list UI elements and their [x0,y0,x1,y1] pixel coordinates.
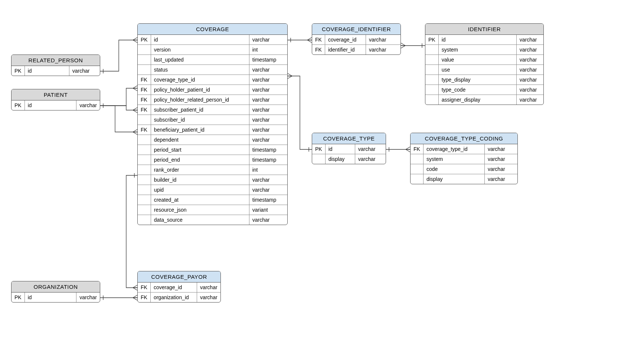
type-cell: varchar [516,45,543,55]
key-cell: FK [312,45,325,55]
table-row: PKidvarchar [12,66,100,76]
table-row: rank_orderint [138,165,287,175]
type-cell: varchar [249,35,287,45]
key-cell [138,145,151,155]
entity-coverage: COVERAGEPKidvarcharversionintlast_update… [137,23,288,225]
entity-rows: FKcoverage_idvarcharFKidentifier_idvarch… [312,35,401,54]
key-cell: FK [138,95,151,105]
entity-rows: PKidvarcharsystemvarcharvaluevarcharusev… [425,35,543,105]
connector-patient-to-coverage-subscriber [100,106,137,110]
table-row: data_sourcevarchar [138,215,287,225]
connector-patient-to-coverage-beneficiary [100,106,137,132]
name-cell: id [438,35,516,45]
entity-identifier: IDENTIFIERPKidvarcharsystemvarcharvaluev… [425,23,544,105]
key-cell [138,185,151,195]
entity-coverage-type: COVERAGE_TYPEPKidvarchardisplayvarchar [312,133,386,164]
name-cell: type_display [438,75,516,85]
name-cell: system [423,154,484,164]
name-cell: upid [151,185,249,195]
table-row: FKsubscriber_patient_idvarchar [138,105,287,115]
entity-title: COVERAGE [138,24,287,35]
name-cell: policy_holder_patient_id [151,85,249,95]
table-row: assigner_displayvarchar [425,95,543,105]
type-cell: varchar [249,175,287,185]
key-cell [411,154,423,164]
svg-line-31 [133,285,137,288]
name-cell: code [423,164,484,174]
type-cell: varchar [76,293,100,302]
name-cell: beneficiary_patient_id [151,125,249,135]
svg-line-14 [406,149,410,152]
name-cell: created_at [151,195,249,205]
type-cell: timestamp [249,155,287,165]
name-cell: period_start [151,145,249,155]
name-cell: value [438,55,516,65]
name-cell: rank_order [151,165,249,175]
svg-line-4 [401,43,405,46]
name-cell: id [151,35,249,45]
name-cell: coverage_type_id [423,144,484,154]
svg-line-21 [133,86,137,88]
table-row: PKidvarchar [12,100,100,110]
entity-title: COVERAGE_PAYOR [138,271,220,283]
name-cell: builder_id [151,175,249,185]
type-cell: varchar [249,105,287,115]
key-cell [138,215,151,225]
key-cell: FK [138,85,151,95]
table-row: versionint [138,45,287,55]
entity-title: RELATED_PERSON [12,55,100,66]
table-row: FKcoverage_type_idvarchar [138,75,287,85]
type-cell: variant [249,205,287,215]
table-row: upidvarchar [138,185,287,195]
type-cell: timestamp [249,195,287,205]
table-row: dependentvarchar [138,135,287,145]
type-cell: varchar [249,135,287,145]
type-cell: varchar [516,55,543,65]
connector-patient-to-coverage-policy_holder [100,88,137,106]
svg-line-17 [133,37,137,40]
name-cell: id [24,100,76,110]
key-cell: PK [12,66,24,76]
key-cell [425,65,438,75]
type-cell: varchar [484,174,517,184]
type-cell: varchar [516,35,543,45]
entity-rows: PKidvarchar [12,293,100,302]
table-row: FKpolicy_holder_related_person_idvarchar [138,95,287,105]
type-cell: varchar [197,293,220,303]
name-cell: subscriber_id [151,115,249,125]
connector-coverage-to-coverage_type [288,76,312,149]
key-cell [138,155,151,165]
svg-line-1 [307,37,312,40]
er-diagram-canvas: RELATED_PERSONPKidvarcharPATIENTPKidvarc… [0,0,644,337]
type-cell: varchar [516,95,543,105]
table-row: displayvarchar [411,174,517,184]
name-cell: use [438,65,516,75]
name-cell: period_end [151,155,249,165]
name-cell: last_updated [151,55,249,65]
key-cell [411,174,423,184]
key-cell [138,65,151,75]
name-cell: id [325,144,355,154]
table-row: type_displayvarchar [425,75,543,85]
type-cell: varchar [249,115,287,125]
name-cell: display [423,174,484,184]
svg-line-22 [133,88,137,91]
key-cell: PK [12,100,24,110]
name-cell: organization_id [150,293,197,303]
type-cell: varchar [484,144,517,154]
entity-title: ORGANIZATION [12,281,100,293]
entity-coverage-identifier: COVERAGE_IDENTIFIERFKcoverage_idvarcharF… [312,23,401,55]
type-cell: varchar [249,215,287,225]
key-cell [138,55,151,65]
key-cell: FK [138,105,151,115]
type-cell: varchar [197,283,220,293]
table-row: usevarchar [425,65,543,75]
name-cell: display [325,154,355,164]
entity-patient: PATIENTPKidvarchar [11,89,100,110]
type-cell: varchar [249,185,287,195]
table-row: FKcoverage_idvarchar [138,283,220,293]
table-row: period_endtimestamp [138,155,287,165]
entity-title: COVERAGE_IDENTIFIER [312,24,401,35]
key-cell: PK [12,293,24,302]
table-row: FKidentifier_idvarchar [312,45,401,55]
